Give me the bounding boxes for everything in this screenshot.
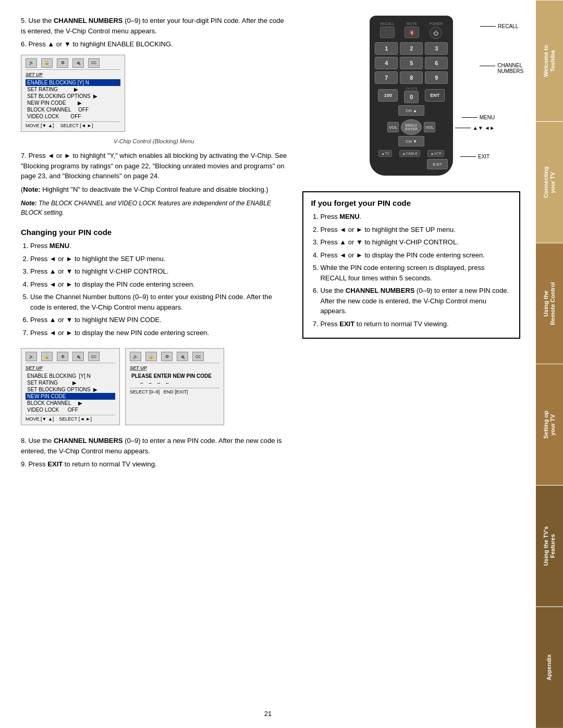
mute-btn[interactable]: 🔇: [405, 27, 419, 38]
forget-step-7: Press EXIT to return to normal TV viewin…: [320, 319, 512, 329]
m2-icon-1: 🔊: [26, 352, 37, 361]
vchip-caption: V-Chip Control (Blocking) Menu: [21, 137, 287, 146]
m3-icon-4: 🔌: [177, 352, 188, 361]
btn-3[interactable]: 3: [425, 42, 448, 55]
exit-annotation: EXIT: [460, 154, 489, 159]
nav-top-row: VOL MENU/ENTER VOL: [387, 119, 435, 135]
forget-step-3: Press ▲ or ▼ to highlight V-CHIP CONTROL…: [320, 237, 512, 248]
m2-row-newpin: NEW PIN CODE: [26, 393, 115, 400]
ch-up-btn[interactable]: CH ▲: [398, 105, 424, 116]
remote-control: RECALL ⬛ MUTE 🔇 POWER ⏻: [370, 16, 453, 176]
page-number: 21: [264, 710, 272, 718]
m2-row-options: SET BLOCKING OPTIONS ▶: [26, 386, 115, 393]
m2-icon-3: ⚙: [57, 352, 68, 361]
forget-step-5: While the PIN code entering screen is di…: [320, 263, 512, 283]
forget-pin-steps: Press MENU. Press ◄ or ► to highlight th…: [320, 212, 512, 329]
btn-0[interactable]: 0: [404, 91, 419, 103]
m2-row-video: VIDEO LOCK OFF: [26, 406, 115, 413]
m2-icon-4: 🔌: [72, 352, 84, 361]
forget-step-6: Use the CHANNEL NUMBERS (0–9) to enter a…: [320, 286, 512, 316]
menu-icon-2: 🔒: [41, 58, 53, 68]
step5: 5. Use the CHANNEL NUMBERS (0–9) to ente…: [21, 16, 287, 36]
m2-icon-cc: CC: [88, 352, 100, 361]
sidebar-tab-appendix: Appendix: [536, 607, 563, 728]
power-label-top: POWER: [429, 22, 443, 26]
tv-btn[interactable]: ▲TV: [378, 150, 392, 157]
menu-row-video-lock: VIDEO LOCK OFF: [26, 113, 120, 120]
m2-bottom: MOVE [▼ ▲] SELECT [◄ ►]: [26, 415, 115, 422]
btn-ent[interactable]: ENT: [425, 89, 445, 102]
btn-4[interactable]: 4: [375, 57, 398, 69]
power-btn[interactable]: ⏻: [430, 27, 442, 39]
vol-left-btn[interactable]: VOL: [387, 122, 399, 132]
vol-right-btn[interactable]: VOL: [424, 122, 435, 132]
menu-icon-cc: CC: [88, 58, 100, 68]
recall-btn[interactable]: ⬛: [380, 27, 395, 38]
right-column: RECALL ⬛ MUTE 🔇 POWER ⏻: [302, 16, 520, 473]
menu-icon-3: ⚙: [57, 58, 68, 68]
remote-wrapper: RECALL ⬛ MUTE 🔇 POWER ⏻: [370, 16, 453, 176]
changing-step-3: Press ▲ or ▼ to highlight V-CHIP CONTROL…: [30, 266, 287, 277]
menu-row-block-channel: BLOCK CHANNEL OFF: [26, 106, 120, 113]
sidebar-tab-features: Using the TV'sFeatures: [536, 485, 563, 607]
btn-100[interactable]: 100: [378, 89, 398, 102]
sidebar-tab-welcome: Welcome toToshiba: [536, 0, 563, 121]
changing-step-6: Press ▲ or ▼ to highlight NEW PIN CODE.: [30, 315, 287, 325]
forget-pin-title: If you forget your PIN code: [311, 199, 512, 207]
left-column: 5. Use the CHANNEL NUMBERS (0–9) to ente…: [21, 16, 287, 473]
menu-row-blocking: ENABLE BLOCKING [Y] N: [26, 79, 120, 86]
number-grid: 1 2 3 4 5 6 7 8 9: [375, 42, 448, 84]
m2-setup-title: SET UP: [26, 365, 115, 371]
m3-setup-title: SET UP: [130, 365, 219, 371]
btn-1[interactable]: 1: [375, 42, 398, 55]
m3-icon-2: 🔒: [145, 352, 157, 361]
menu-setup-title: SET UP: [26, 72, 120, 77]
ch-down-btn[interactable]: CH ▼: [398, 136, 424, 146]
m3-row-please: PLEASE ENTER NEW PIN CODE: [130, 373, 219, 379]
step9: 9. Press EXIT to return to normal TV vie…: [21, 459, 287, 470]
cable-btn[interactable]: ▲CABLE: [399, 150, 420, 157]
m3-icon-1: 🔊: [130, 352, 141, 361]
menu-icon-4: 🔌: [72, 58, 84, 68]
note1: (Note: Highlight "N" to deactivate the V…: [21, 184, 287, 195]
changing-step-2: Press ◄ or ► to highlight the SET UP men…: [30, 254, 287, 264]
sidebar-tab-remote: Using theRemote Control: [536, 243, 563, 364]
menu-newpin: 🔊 🔒 ⚙ 🔌 CC SET UP ENABLE BLOCKING [Y] N …: [21, 348, 120, 425]
bottom-number-row: 100 CH RTN 0 ENT: [375, 87, 448, 103]
recall-annotation: RECALL: [480, 23, 518, 29]
exit-row: EXIT: [375, 159, 448, 169]
forget-step-4: Press ◄ or ► to display the PIN code ent…: [320, 250, 512, 261]
main-content: 5. Use the CHANNEL NUMBERS (0–9) to ente…: [0, 0, 536, 728]
vcr-btn[interactable]: ▲VCR: [427, 150, 444, 157]
changing-step-4: Press ◄ or ► to display the PIN code ent…: [30, 279, 287, 290]
forget-step-2: Press ◄ or ► to highlight the SET UP men…: [320, 225, 512, 235]
menu-enter-btn[interactable]: MENU/ENTER: [401, 119, 422, 135]
nav-bottom-row: CH ▼: [398, 136, 424, 146]
btn-8[interactable]: 8: [400, 71, 423, 84]
changing-step-7: Press ◄ or ► to display the new PIN code…: [30, 328, 287, 338]
forget-pin-box: If you forget your PIN code Press MENU. …: [302, 191, 520, 339]
two-menus-container: 🔊 🔒 ⚙ 🔌 CC SET UP ENABLE BLOCKING [Y] N …: [21, 343, 287, 430]
btn-2[interactable]: 2: [400, 42, 423, 55]
changing-step-1: Press MENU.: [30, 241, 287, 251]
btn-9[interactable]: 9: [425, 71, 448, 84]
btn-7[interactable]: 7: [375, 71, 398, 84]
arrows-annotation: ▲▼ ◄►: [455, 125, 495, 131]
changing-pin-steps: Press MENU. Press ◄ or ► to highlight th…: [30, 241, 287, 338]
m3-icon-cc: CC: [192, 352, 204, 361]
m3-bottom: SELECT [0–9] END [EXIT]: [130, 388, 219, 394]
forget-step-1: Press MENU.: [320, 212, 512, 222]
btn-5[interactable]: 5: [400, 57, 423, 69]
m2-row-block: BLOCK CHANNEL ▶: [26, 400, 115, 406]
nav-area: VOL MENU/ENTER VOL CH ▼: [375, 119, 448, 147]
mute-label-top: MUTE: [407, 22, 417, 26]
changing-step-5: Use the Channel Number buttons (0–9) to …: [30, 292, 287, 312]
menu-bottom-nav: MOVE [▼ ▲] SELECT [◄ ►]: [26, 121, 120, 128]
vchip-blocking-menu: 🔊 🔒 ⚙ 🔌 CC SET UP ENABLE BLOCKING [Y] N …: [21, 55, 125, 132]
changing-pin-title: Changing your PIN code: [21, 228, 287, 237]
step8: 8. Use the CHANNEL NUMBERS (0–9) to ente…: [21, 436, 287, 456]
exit-btn[interactable]: EXIT: [427, 159, 448, 169]
m2-row-enable: ENABLE BLOCKING [Y] N: [26, 373, 115, 379]
btn-6[interactable]: 6: [425, 57, 448, 69]
m2-icon-2: 🔒: [41, 352, 53, 361]
